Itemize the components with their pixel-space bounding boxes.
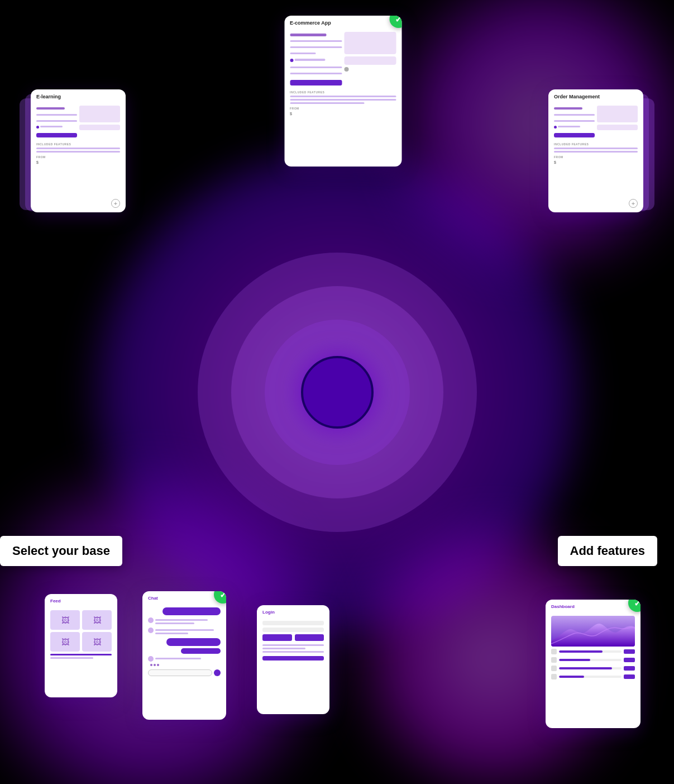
chat-bubble-2 [166,638,221,646]
ecommerce-body: INCLUDED FEATURES FROM $ [284,28,401,120]
elearning-body: INCLUDED FEATURES FROM $ + [31,102,126,168]
card-elearning[interactable]: E-learning [31,89,126,212]
dashboard-bar-bg-3 [559,667,622,669]
dot-3 [157,664,159,666]
chat-avatar-3 [148,656,154,662]
card-order-management[interactable]: Order Management [548,89,643,212]
ecommerce-mockup [290,32,396,88]
label-add-features: Add features [558,536,657,566]
dashboard-chart-svg [551,616,635,647]
select-base-text: Select your base [12,544,110,558]
dashboard-bar-bg-2 [559,659,622,661]
login-social-row [262,634,324,641]
chat-messages-3 [155,656,221,662]
chat-messages [155,617,221,626]
dashboard-val-1 [624,649,635,654]
dashboard-icon-1 [551,649,557,654]
dashboard-val-3 [624,666,635,671]
feed-cell-3: 🖼 [50,632,80,652]
dashboard-row-4 [551,674,635,680]
dashboard-val-2 [624,658,635,662]
feed-cell-4: 🖼 [82,632,112,652]
dashboard-rows [551,649,635,680]
chat-bubble-3 [181,648,221,654]
dot-2 [154,664,156,666]
dashboard-bar-1 [559,650,603,653]
card-chat[interactable]: ✓ Chat [142,591,226,720]
dashboard-bar-4 [559,676,584,678]
dashboard-icon-2 [551,657,557,663]
ecommerce-price: $ [290,112,396,116]
order-body: INCLUDED FEATURES FROM $ + [548,102,643,168]
elearning-stack: E-learning [31,89,126,212]
scene: ✓ E-commerce App [0,0,674,784]
chat-messages-2 [155,628,221,636]
ecommerce-left-col [290,32,342,88]
login-title: Login [257,605,329,617]
dashboard-icon-3 [551,666,557,671]
chat-row-2 [148,617,221,626]
dot-1 [150,664,152,666]
chat-input[interactable] [148,669,212,676]
order-stack: Order Management [548,89,643,212]
card-ecommerce[interactable]: ✓ E-commerce App [284,16,401,167]
ecommerce-section-label: INCLUDED FEATURES [290,91,396,94]
feed-cell-2: 🖼 [82,610,112,630]
social-btn-1[interactable] [262,634,292,641]
ecommerce-from-label: FROM [290,107,396,110]
login-body [257,617,329,665]
chat-bubble-1 [162,607,221,615]
dashboard-bar-2 [559,659,590,661]
dashboard-title: Dashboard [546,600,640,611]
chat-body [142,603,226,678]
chat-send-button[interactable] [214,669,221,676]
chat-input-row [148,669,221,676]
card-feed[interactable]: Feed 🖼 🖼 🖼 🖼 [45,594,117,697]
dashboard-row-3 [551,666,635,671]
card-dashboard[interactable]: ✓ Dashboard [546,600,640,728]
add-features-text: Add features [570,544,645,558]
ecommerce-title: E-commerce App [284,16,401,28]
feed-title: Feed [45,594,117,606]
dashboard-body [546,611,640,682]
dashboard-icon-4 [551,674,557,680]
dashboard-bar-3 [559,667,612,669]
dashboard-row-2 [551,657,635,663]
ecommerce-right-col [344,32,396,88]
social-btn-2[interactable] [295,634,324,641]
elearning-title: E-learning [31,89,126,102]
dashboard-bar-bg-1 [559,650,622,653]
feed-body: 🖼 🖼 🖼 🖼 [45,606,117,663]
dashboard-row-1 [551,649,635,654]
label-select-base: Select your base [0,536,122,566]
chat-typing-dots [148,664,221,666]
chat-row-4 [148,656,221,662]
elearning-plus[interactable]: + [111,199,120,208]
dashboard-chart [551,616,635,647]
ring-center [301,356,374,429]
order-plus[interactable]: + [629,199,638,208]
chat-avatar [148,617,154,623]
chat-row-3 [148,628,221,636]
order-title: Order Management [548,89,643,102]
dashboard-val-4 [624,674,635,679]
feed-grid: 🖼 🖼 🖼 🖼 [50,610,112,652]
feed-cell-1: 🖼 [50,610,80,630]
card-login[interactable]: Login [257,605,329,714]
chat-avatar-2 [148,628,154,633]
dashboard-bar-bg-4 [559,676,622,678]
